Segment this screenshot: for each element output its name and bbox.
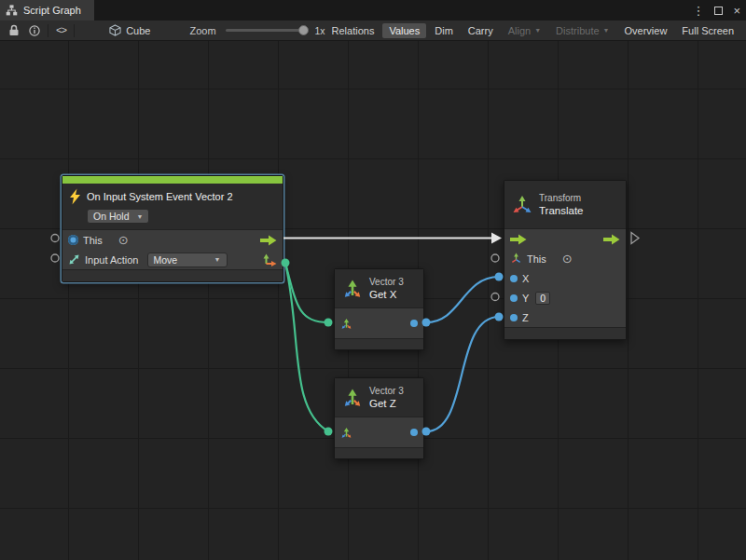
dim-button[interactable]: Dim [428, 23, 460, 38]
wire-vector-event-to-get-x[interactable] [285, 263, 328, 322]
script-graph-icon [6, 5, 18, 16]
object-picker-icon[interactable]: ⊙ [118, 234, 129, 246]
get-z-header: Vector 3 Get Z [335, 378, 423, 417]
node-type-label: Vector 3 [369, 276, 404, 288]
zoom-slider[interactable] [226, 29, 307, 32]
maximize-icon[interactable] [714, 7, 723, 15]
node-get-x[interactable]: Vector 3 Get X [334, 268, 424, 350]
vector3-icon [342, 388, 363, 408]
carry-label: Carry [468, 25, 493, 36]
node-type-label: Transform [539, 192, 584, 204]
dim-label: Dim [435, 25, 453, 36]
info-icon[interactable] [24, 21, 45, 40]
connection-dot-vector[interactable] [325, 428, 333, 436]
get-z-port-row [335, 417, 423, 447]
wire-float-get-z-to-z[interactable] [426, 317, 499, 431]
float-input-port-z[interactable] [510, 314, 518, 321]
node-footer [504, 327, 626, 339]
graph-context-breadcrumb[interactable]: Cube [109, 24, 150, 36]
menu-icon[interactable]: ⋮ [692, 5, 704, 17]
node-type-label: Vector 3 [369, 385, 404, 397]
zoom-label: Zoom [189, 25, 215, 36]
event-node-body: This ⊙ Input Action Move [62, 230, 283, 269]
wire-float-get-x-to-x[interactable] [426, 277, 499, 322]
lock-icon[interactable] [4, 21, 24, 40]
connection-dot-float[interactable] [495, 273, 504, 281]
window-controls: ⋮ × [692, 0, 740, 20]
lightning-icon [69, 188, 81, 205]
align-dropdown-button[interactable]: Align ▼ [502, 23, 547, 38]
chevron-down-icon: ▼ [137, 213, 144, 220]
port-z-label: Z [522, 312, 529, 323]
event-mode-dropdown[interactable]: On Hold ▼ [87, 209, 149, 224]
node-transform-translate[interactable]: Transform Translate [504, 180, 627, 340]
lock-icon-glyph [8, 24, 20, 36]
connection-dot-float[interactable] [495, 313, 504, 321]
node-name-label: Get Z [369, 397, 404, 411]
flow-port-row [504, 229, 626, 249]
node-footer [335, 447, 423, 458]
event-mode-value: On Hold [93, 211, 130, 222]
y-value-field[interactable]: 0 [535, 292, 550, 305]
node-footer [335, 338, 423, 349]
values-button[interactable]: Values [382, 23, 426, 38]
transform-this-icon [510, 253, 522, 265]
float-output-port[interactable] [410, 429, 418, 436]
zoom-slider-handle[interactable] [298, 25, 309, 35]
flow-output-port[interactable] [603, 234, 620, 245]
distribute-dropdown-button[interactable]: Distribute ▼ [549, 23, 615, 38]
float-input-port-x[interactable] [510, 275, 518, 282]
graph-canvas[interactable]: On Input System Event Vector 2 On Hold ▼… [0, 41, 746, 560]
code-view-icon[interactable]: <> [51, 21, 71, 40]
toolbar-buttons: Relations Values Dim Carry Align ▼ Distr… [325, 23, 740, 38]
close-icon[interactable]: × [733, 5, 740, 17]
gameobject-self-icon [68, 235, 78, 245]
info-icon-glyph [29, 25, 40, 36]
tab-script-graph[interactable]: Script Graph [0, 0, 94, 20]
overview-button[interactable]: Overview [618, 23, 674, 38]
toolbar-separator [48, 24, 48, 37]
flow-input-port[interactable] [510, 234, 527, 245]
input-action-value: Move [154, 254, 178, 266]
port-y-label: Y [522, 293, 529, 304]
relations-button[interactable]: Relations [325, 23, 381, 38]
flow-output-port[interactable] [260, 235, 277, 246]
chevron-down-icon: ▼ [603, 27, 610, 34]
wire-flow-arrowhead [491, 233, 502, 244]
translate-body: This ⊙ X Y 0 Z [504, 229, 626, 327]
float-input-port-y[interactable] [510, 294, 518, 302]
carry-button[interactable]: Carry [462, 23, 500, 38]
unconnected-port-circle[interactable] [491, 294, 499, 301]
cube-icon [109, 24, 121, 36]
tab-title: Script Graph [23, 5, 81, 16]
chevron-down-icon: ▼ [214, 256, 221, 263]
relations-label: Relations [332, 25, 375, 36]
node-on-input-system-event-vector2[interactable]: On Input System Event Vector 2 On Hold ▼… [62, 175, 283, 282]
chevron-down-icon: ▼ [534, 27, 541, 34]
wire-vector-event-to-get-z[interactable] [285, 263, 328, 431]
unconnected-port-circle[interactable] [491, 254, 499, 262]
unconnected-flow-triangle[interactable] [631, 233, 639, 244]
full-screen-button[interactable]: Full Screen [675, 23, 740, 38]
unconnected-port-circle[interactable] [51, 254, 59, 262]
align-label: Align [508, 25, 531, 36]
object-picker-icon[interactable]: ⊙ [562, 253, 573, 265]
port-row-x: X [504, 268, 626, 288]
zoom-value: 1x [314, 25, 325, 36]
node-get-z[interactable]: Vector 3 Get Z [334, 377, 424, 459]
translate-header: Transform Translate [504, 181, 626, 229]
node-name-label: Translate [539, 204, 584, 218]
connection-dot-vector[interactable] [325, 319, 333, 327]
unconnected-port-circle[interactable] [51, 235, 59, 242]
node-name-label: Get X [369, 288, 404, 302]
distribute-label: Distribute [556, 25, 599, 36]
event-accent-bar [62, 176, 283, 184]
vector3-icon [342, 279, 363, 299]
get-x-port-row [335, 308, 423, 338]
vector3-input-port[interactable] [340, 427, 352, 439]
vector2-output-port[interactable] [263, 253, 277, 266]
input-action-label: Input Action [85, 254, 139, 266]
input-action-dropdown[interactable]: Move ▼ [147, 253, 228, 267]
float-output-port[interactable] [410, 320, 418, 327]
vector3-input-port[interactable] [340, 318, 352, 330]
